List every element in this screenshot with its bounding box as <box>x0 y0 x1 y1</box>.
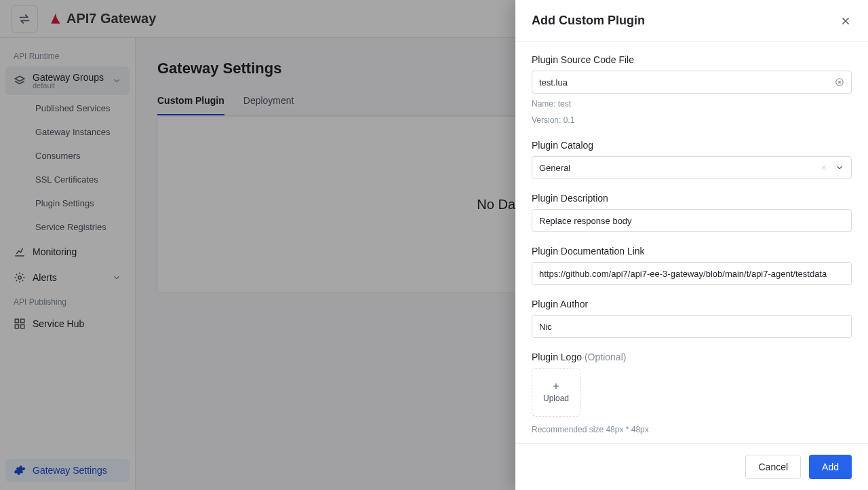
source-file-input[interactable]: test.lua <box>532 71 852 94</box>
source-file-value: test.lua <box>539 77 568 88</box>
description-input[interactable]: Replace response body <box>532 209 852 232</box>
add-button[interactable]: Add <box>809 455 852 479</box>
author-input[interactable]: Nic <box>532 315 852 338</box>
author-label: Plugin Author <box>532 299 852 309</box>
cancel-button[interactable]: Cancel <box>745 455 801 479</box>
clear-select-icon[interactable] <box>820 164 828 172</box>
chevron-down-icon <box>835 163 844 172</box>
doc-link-value: https://github.com/api7/api7-ee-3-gatewa… <box>539 269 827 279</box>
catalog-label: Plugin Catalog <box>532 140 852 151</box>
drawer-title: Add Custom Plugin <box>532 14 645 28</box>
source-meta-version: Version: 0.1 <box>532 114 852 126</box>
source-file-label: Plugin Source Code File <box>532 54 852 65</box>
catalog-value: General <box>539 163 828 173</box>
source-meta-name: Name: test <box>532 98 852 110</box>
clear-file-icon[interactable] <box>835 77 844 87</box>
upload-label: Upload <box>543 394 569 403</box>
doc-link-label: Plugin Documentation Link <box>532 246 852 257</box>
logo-note: Recommended size 48px * 48px <box>532 423 852 436</box>
plus-icon <box>551 381 561 391</box>
logo-label: Plugin Logo (Optional) <box>532 352 852 362</box>
description-label: Plugin Description <box>532 193 852 204</box>
description-value: Replace response body <box>539 216 632 226</box>
author-value: Nic <box>539 322 552 332</box>
close-icon[interactable] <box>840 15 852 27</box>
doc-link-input[interactable]: https://github.com/api7/api7-ee-3-gatewa… <box>532 262 852 285</box>
logo-upload-button[interactable]: Upload <box>532 368 580 417</box>
catalog-select[interactable]: General <box>532 156 852 179</box>
add-plugin-drawer: Add Custom Plugin Plugin Source Code Fil… <box>515 0 868 490</box>
